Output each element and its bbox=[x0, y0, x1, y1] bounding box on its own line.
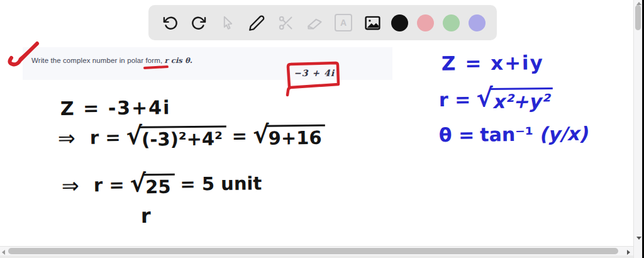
radicand: x²+y² bbox=[491, 87, 553, 113]
work-line-2-lhs: r = bbox=[90, 126, 121, 149]
vertical-scrollbar-thumb[interactable] bbox=[635, 5, 641, 30]
work-line-3: ⇒ r = √25 = 5 unit bbox=[62, 172, 262, 199]
radical-expression: √25 bbox=[130, 174, 174, 198]
reference-line-1-text: Z = x+iy bbox=[441, 51, 544, 75]
vertical-scrollbar[interactable] bbox=[633, 0, 642, 258]
scroll-right-icon[interactable] bbox=[627, 250, 630, 255]
color-swatch-black[interactable] bbox=[391, 14, 408, 31]
text-tool-icon: A bbox=[335, 14, 352, 31]
work-line-2-equals: = bbox=[232, 125, 248, 147]
radicand: 9+16 bbox=[266, 125, 325, 149]
scroll-left-icon[interactable] bbox=[2, 250, 5, 255]
radical-sign: √ bbox=[253, 123, 269, 147]
redo-button[interactable] bbox=[189, 13, 209, 33]
eraser-icon bbox=[306, 14, 323, 31]
radical-sign: √ bbox=[126, 124, 142, 149]
horizontal-scrollbar-thumb[interactable] bbox=[8, 248, 618, 254]
eraser-tool-button[interactable] bbox=[304, 13, 325, 33]
radical-expression: √(-3)²+4² bbox=[126, 125, 226, 150]
radical-sign: √ bbox=[476, 86, 493, 111]
problem-text: Write the complex number in polar form, bbox=[31, 57, 165, 64]
color-swatch-red[interactable] bbox=[417, 14, 434, 31]
cursor-tool-button[interactable] bbox=[218, 13, 238, 33]
radicand: (-3)²+4² bbox=[140, 125, 226, 150]
reference-line-2: r = √x²+y² bbox=[439, 87, 553, 113]
work-line-1: Z = -3+4i bbox=[60, 96, 171, 120]
whiteboard-app: A Write the complex number in polar form… bbox=[0, 0, 644, 258]
pen-icon bbox=[248, 14, 265, 31]
color-swatch-purple[interactable] bbox=[469, 14, 486, 31]
reference-line-2-lhs: r = bbox=[439, 88, 471, 111]
scroll-down-icon[interactable] bbox=[636, 237, 641, 240]
work-line-4: r bbox=[141, 204, 151, 228]
work-line-3-lhs: r = bbox=[94, 174, 125, 196]
implies-arrow: ⇒ bbox=[58, 127, 75, 149]
scissors-icon bbox=[277, 14, 294, 31]
red-box-annotation bbox=[282, 59, 345, 101]
pen-tool-button[interactable] bbox=[247, 13, 267, 33]
work-line-4-text: r bbox=[141, 204, 151, 228]
color-swatch-green[interactable] bbox=[443, 14, 460, 31]
horizontal-scrollbar[interactable] bbox=[0, 246, 633, 255]
radical-expression: √9+16 bbox=[253, 125, 326, 149]
problem-statement: Write the complex number in polar form, … bbox=[31, 56, 192, 65]
reference-line-1: Z = x+iy bbox=[441, 51, 544, 75]
undo-icon bbox=[162, 14, 179, 31]
implies-arrow: ⇒ bbox=[62, 174, 79, 196]
reference-line-3-lhs: θ = bbox=[439, 124, 475, 147]
cursor-icon bbox=[220, 15, 236, 31]
bottom-edge-strip bbox=[0, 255, 633, 258]
scissors-tool-button[interactable] bbox=[275, 13, 296, 33]
radicand: 25 bbox=[143, 174, 175, 198]
redo-icon bbox=[191, 14, 208, 31]
work-line-1-text: Z = -3+4i bbox=[60, 96, 171, 120]
work-line-2: ⇒ r = √(-3)²+4² = √9+16 bbox=[58, 125, 326, 152]
image-tool-button[interactable] bbox=[362, 13, 382, 33]
image-icon bbox=[364, 14, 382, 32]
red-checkmark-annotation bbox=[3, 36, 44, 70]
reference-line-3: θ = tan⁻¹ (y/x) bbox=[439, 123, 588, 146]
drawing-toolbar: A bbox=[148, 5, 497, 40]
work-line-3-result: = 5 unit bbox=[180, 172, 262, 194]
radical-sign: √ bbox=[130, 171, 146, 196]
undo-button[interactable] bbox=[160, 13, 180, 33]
radical-expression: √x²+y² bbox=[476, 87, 553, 113]
text-tool-button[interactable]: A bbox=[333, 13, 353, 33]
reference-line-3-fn: tan⁻¹ bbox=[480, 123, 533, 146]
reference-line-3-arg: (y/x) bbox=[539, 123, 588, 145]
problem-math-text: r cis θ. bbox=[165, 56, 192, 65]
